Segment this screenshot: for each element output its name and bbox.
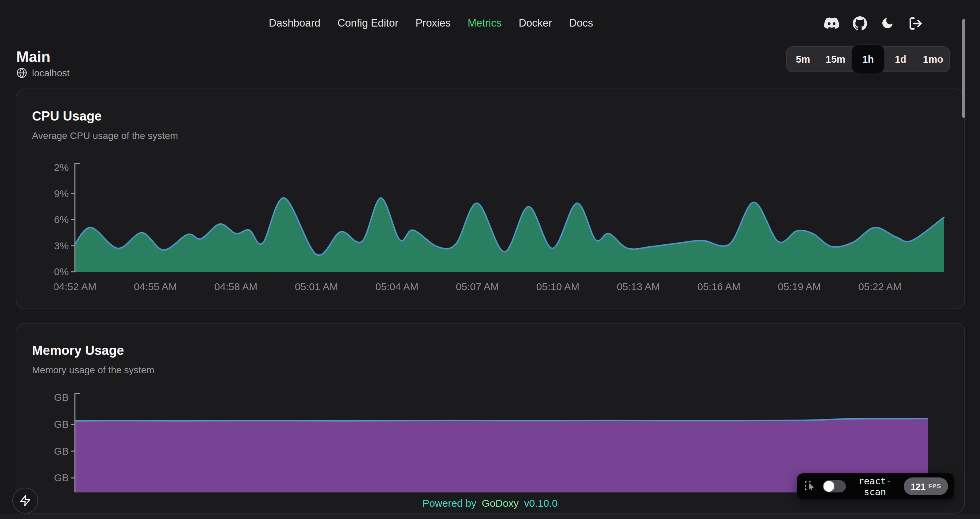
svg-text:05:07 AM: 05:07 AM	[456, 281, 499, 292]
svg-text:05:19 AM: 05:19 AM	[778, 281, 821, 292]
svg-text:05:13 AM: 05:13 AM	[617, 281, 660, 292]
theme-moon-icon[interactable]	[880, 16, 895, 30]
cpu-card-subtitle: Average CPU usage of the system	[32, 129, 964, 142]
svg-text:42 GB: 42 GB	[54, 418, 69, 430]
globe-icon	[16, 67, 27, 78]
lightning-button[interactable]	[12, 488, 38, 514]
github-icon[interactable]	[852, 16, 867, 30]
host-row: localhost	[16, 65, 70, 80]
svg-text:04:55 AM: 04:55 AM	[134, 281, 177, 292]
page-title: Main	[16, 48, 50, 67]
svg-text:05:10 AM: 05:10 AM	[536, 281, 579, 292]
cpu-usage-chart: 12%9%6%3%0%04:52 AM04:55 AM04:58 AM05:01…	[54, 160, 953, 295]
svg-text:28 GB: 28 GB	[54, 446, 69, 457]
svg-text:05:04 AM: 05:04 AM	[375, 281, 418, 292]
discord-icon[interactable]	[824, 16, 839, 30]
nav-item-docs[interactable]: Docs	[569, 17, 593, 29]
time-range-option-15m[interactable]: 15m	[819, 46, 852, 72]
hostname-label: localhost	[32, 67, 70, 78]
header-icons	[824, 0, 923, 46]
nav-item-dashboard[interactable]: Dashboard	[269, 17, 321, 29]
zap-icon	[19, 495, 31, 507]
svg-text:12%: 12%	[54, 162, 69, 173]
memory-card-subtitle: Memory usage of the system	[32, 364, 964, 376]
version-label: v0.10.0	[524, 497, 557, 509]
svg-text:05:01 AM: 05:01 AM	[295, 281, 338, 292]
react-scan-toggle[interactable]	[823, 480, 846, 492]
svg-text:14 GB: 14 GB	[54, 472, 69, 483]
svg-text:05:22 AM: 05:22 AM	[858, 281, 901, 292]
inspect-icon[interactable]	[803, 479, 817, 493]
main-nav: DashboardConfig EditorProxiesMetricsDock…	[269, 0, 593, 46]
powered-by-label: Powered by	[422, 497, 476, 509]
brand-link[interactable]: GoDoxy	[482, 497, 519, 509]
react-scan-widget: react-scan 121 FPS	[797, 473, 954, 499]
cpu-card-title: CPU Usage	[32, 108, 964, 125]
time-range-selector: 5m15m1h1d1mo	[786, 46, 950, 72]
react-scan-label: react-scan	[852, 476, 898, 497]
svg-text:0%: 0%	[54, 266, 69, 277]
fps-badge: 121 FPS	[904, 477, 948, 495]
fps-unit: FPS	[928, 483, 941, 490]
logout-icon[interactable]	[908, 16, 923, 30]
toggle-knob	[824, 481, 834, 492]
time-range-option-1h[interactable]: 1h	[852, 45, 885, 73]
time-range-option-5m[interactable]: 5m	[787, 46, 819, 72]
bottom-strip	[0, 514, 980, 519]
godoxy-metrics-page: DashboardConfig EditorProxiesMetricsDock…	[0, 0, 980, 519]
svg-text:6%: 6%	[54, 214, 69, 225]
nav-item-docker[interactable]: Docker	[519, 17, 552, 29]
svg-text:04:52 AM: 04:52 AM	[54, 281, 96, 292]
time-range-option-1mo[interactable]: 1mo	[917, 46, 950, 72]
memory-card-title: Memory Usage	[32, 343, 964, 359]
svg-text:56 GB: 56 GB	[54, 392, 69, 403]
svg-text:04:58 AM: 04:58 AM	[215, 281, 258, 292]
time-range-option-1d[interactable]: 1d	[885, 46, 917, 72]
fps-value: 121	[911, 481, 926, 492]
svg-text:9%: 9%	[54, 188, 69, 199]
nav-item-config-editor[interactable]: Config Editor	[337, 17, 398, 29]
scrollbar-thumb[interactable]	[962, 19, 965, 118]
nav-item-metrics[interactable]: Metrics	[468, 17, 501, 29]
svg-text:3%: 3%	[54, 240, 69, 251]
nav-item-proxies[interactable]: Proxies	[415, 17, 450, 29]
svg-text:05:16 AM: 05:16 AM	[697, 281, 740, 292]
